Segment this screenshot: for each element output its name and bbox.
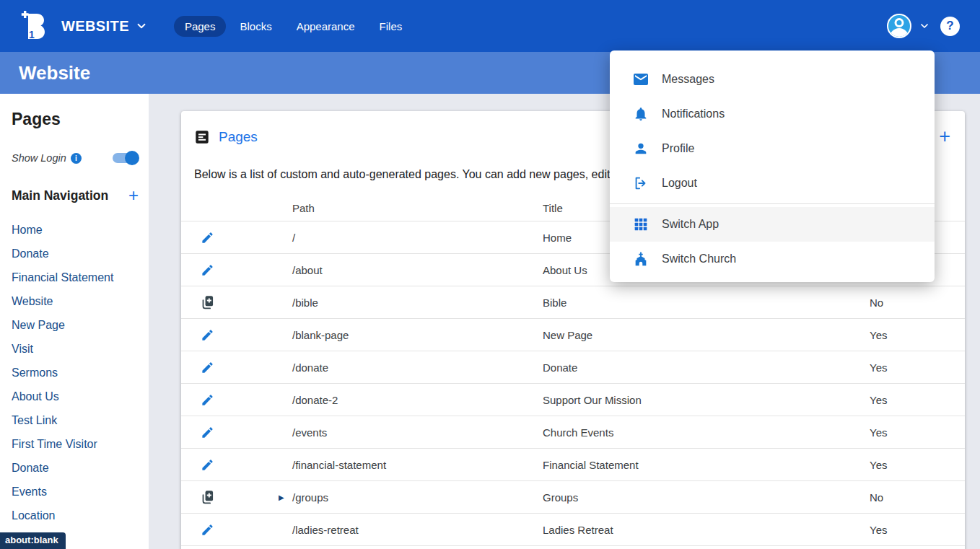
row-path: /ladies-retreat bbox=[292, 524, 359, 536]
menu-item-notifications[interactable]: Notifications bbox=[610, 97, 935, 131]
menu-item-messages[interactable]: Messages bbox=[610, 62, 935, 97]
generated-page-icon[interactable] bbox=[201, 490, 216, 505]
row-title-cell: Donate bbox=[543, 361, 870, 374]
edit-icon[interactable] bbox=[201, 393, 214, 407]
row-action-cell bbox=[181, 231, 292, 245]
help-icon[interactable]: ? bbox=[940, 17, 960, 36]
brand-selector[interactable]: WEBSITE bbox=[61, 18, 148, 35]
logo-cross bbox=[22, 11, 29, 18]
info-icon[interactable]: i bbox=[71, 153, 82, 164]
user-dropdown-menu: MessagesNotificationsProfileLogoutSwitch… bbox=[610, 50, 935, 282]
row-action-cell bbox=[181, 426, 292, 439]
generated-page-icon[interactable] bbox=[201, 295, 216, 310]
row-visible-cell: Yes bbox=[870, 361, 965, 374]
row-visible-cell: Yes bbox=[870, 459, 965, 471]
sidebar-item-financial-statement[interactable]: Financial Statement bbox=[12, 265, 149, 289]
row-visible-cell: Yes bbox=[870, 394, 965, 406]
edit-icon[interactable] bbox=[201, 523, 214, 537]
edit-icon[interactable] bbox=[201, 426, 214, 439]
row-title-cell: Support Our Mission bbox=[543, 394, 870, 406]
menu-divider bbox=[610, 203, 935, 204]
nav-tab-blocks[interactable]: Blocks bbox=[229, 16, 282, 37]
edit-icon[interactable] bbox=[201, 263, 214, 277]
sidebar-item-website[interactable]: Website bbox=[12, 289, 149, 313]
row-path-cell: /blank-page bbox=[292, 329, 543, 341]
menu-item-logout[interactable]: Logout bbox=[610, 166, 935, 201]
apps-grid-icon bbox=[632, 216, 649, 233]
row-title-cell: Church Events bbox=[543, 426, 870, 439]
row-path: /groups bbox=[292, 491, 328, 504]
row-title-cell: New Page bbox=[543, 329, 870, 341]
nav-tab-pages[interactable]: Pages bbox=[174, 16, 227, 37]
row-path-cell: /financial-statement bbox=[292, 459, 543, 471]
edit-icon[interactable] bbox=[201, 328, 214, 342]
table-row: /eventsChurch EventsYes bbox=[181, 416, 965, 449]
row-title-cell: Groups bbox=[543, 491, 870, 504]
row-title-cell: Ladies Retreat bbox=[543, 524, 870, 536]
sidebar-item-events[interactable]: Events bbox=[12, 480, 149, 504]
row-path-cell: / bbox=[292, 232, 543, 244]
sidebar-item-new-page[interactable]: New Page bbox=[12, 313, 149, 337]
sidebar-item-home[interactable]: Home bbox=[12, 218, 149, 242]
church-logo-icon[interactable]: 1 bbox=[18, 9, 51, 43]
avatar-head bbox=[895, 18, 904, 27]
menu-item-profile[interactable]: Profile bbox=[610, 131, 935, 166]
menu-item-switch-app[interactable]: Switch App bbox=[610, 207, 935, 242]
link-status-bar: about:blank bbox=[0, 532, 66, 549]
menu-item-label: Profile bbox=[662, 142, 694, 155]
sidebar-item-first-time-visitor[interactable]: First Time Visitor bbox=[12, 432, 149, 456]
sidebar-item-sermons[interactable]: Sermons bbox=[12, 361, 149, 385]
row-action-cell bbox=[181, 393, 292, 407]
menu-item-switch-church[interactable]: Switch Church bbox=[610, 242, 935, 276]
expand-children-icon[interactable]: ▶ bbox=[279, 493, 284, 501]
nav-tab-appearance[interactable]: Appearance bbox=[286, 16, 366, 37]
add-navigation-item-button[interactable]: + bbox=[128, 187, 139, 204]
topbar: 1 WEBSITE PagesBlocksAppearanceFiles ? bbox=[0, 0, 980, 52]
sidebar: Pages Show Login i Main Navigation + Hom… bbox=[0, 94, 149, 549]
user-avatar[interactable] bbox=[887, 14, 911, 38]
bell-icon bbox=[632, 105, 649, 123]
header-path-col: Path bbox=[292, 202, 543, 214]
row-path-cell: /events bbox=[292, 426, 543, 439]
row-path-cell: ▶/groups bbox=[292, 491, 543, 504]
show-login-label: Show Login bbox=[12, 152, 66, 164]
row-action-cell bbox=[181, 328, 292, 342]
show-login-row: Show Login i bbox=[12, 152, 149, 164]
svg-text:1: 1 bbox=[29, 29, 35, 40]
row-path-cell: /about bbox=[292, 264, 543, 276]
menu-item-label: Messages bbox=[662, 73, 714, 86]
row-path: / bbox=[292, 232, 295, 244]
user-menu-chevron-icon[interactable] bbox=[919, 20, 930, 32]
table-row: /ladies-retreatLadies RetreatYes bbox=[181, 514, 965, 546]
menu-item-label: Logout bbox=[662, 177, 697, 190]
sidebar-item-location[interactable]: Location bbox=[12, 504, 149, 527]
table-row: ▶/groupsGroupsNo bbox=[181, 481, 965, 514]
sidebar-item-test-link[interactable]: Test Link bbox=[12, 408, 149, 432]
row-path-cell: /donate bbox=[292, 361, 543, 374]
add-page-button[interactable]: + bbox=[939, 127, 950, 146]
row-path: /financial-statement bbox=[292, 459, 386, 471]
avatar-shoulders bbox=[890, 28, 909, 38]
sidebar-item-visit[interactable]: Visit bbox=[12, 337, 149, 361]
menu-item-label: Switch Church bbox=[662, 252, 736, 265]
row-visible-cell: Yes bbox=[870, 524, 965, 536]
sidebar-item-about-us[interactable]: About Us bbox=[12, 385, 149, 408]
row-path: /events bbox=[292, 426, 327, 439]
nav-tab-files[interactable]: Files bbox=[369, 16, 414, 37]
sidebar-item-donate[interactable]: Donate bbox=[12, 456, 149, 480]
row-visible-cell: Yes bbox=[870, 329, 965, 341]
mail-icon bbox=[632, 71, 649, 88]
row-path-cell: /ladies-retreat bbox=[292, 524, 543, 536]
brand-name: WEBSITE bbox=[61, 18, 129, 35]
row-path: /bible bbox=[292, 297, 318, 309]
show-login-toggle[interactable] bbox=[113, 153, 137, 163]
row-action-cell bbox=[181, 263, 292, 277]
sidebar-item-donate[interactable]: Donate bbox=[12, 242, 149, 265]
edit-icon[interactable] bbox=[201, 361, 214, 374]
edit-icon[interactable] bbox=[201, 231, 214, 245]
toggle-knob bbox=[125, 151, 139, 165]
row-visible-cell: Yes bbox=[870, 426, 965, 439]
main-navigation-title: Main Navigation bbox=[12, 188, 108, 203]
edit-icon[interactable] bbox=[201, 458, 214, 472]
row-action-cell bbox=[181, 458, 292, 472]
